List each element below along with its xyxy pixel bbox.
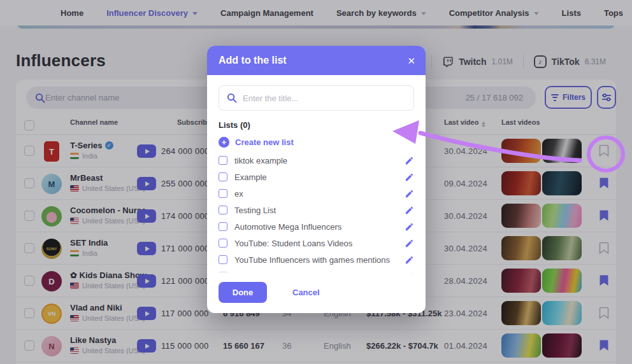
list-checkbox[interactable] xyxy=(219,239,227,248)
edit-pencil-icon[interactable] xyxy=(405,255,414,265)
lists-scroll-area[interactable]: tiktok example Example ex Testing List xyxy=(219,152,414,274)
lists-count-label: Lists (0) xyxy=(219,120,414,130)
list-item xyxy=(219,268,414,274)
list-item: ex xyxy=(219,185,414,202)
list-checkbox[interactable] xyxy=(219,255,227,264)
search-icon xyxy=(227,93,237,103)
plus-icon: + xyxy=(219,137,229,148)
create-new-list-button[interactable]: + Create new list xyxy=(219,137,414,148)
edit-pencil-icon[interactable] xyxy=(405,272,414,275)
influencer-discovery-app: Home Influencer Discovery Campaign Manag… xyxy=(0,0,632,364)
list-checkbox[interactable] xyxy=(219,272,227,274)
add-to-list-modal: Add to the list ✕ Lists (0) + Create new… xyxy=(207,46,426,313)
list-item: Testing List xyxy=(219,202,414,218)
list-title-input[interactable] xyxy=(243,94,406,103)
list-item: tiktok example xyxy=(219,152,414,169)
modal-footer: Done Cancel xyxy=(219,282,320,303)
list-item: Automotive Mega Influencers xyxy=(219,218,414,235)
edit-pencil-icon[interactable] xyxy=(405,222,414,232)
list-checkbox[interactable] xyxy=(219,156,227,165)
list-checkbox[interactable] xyxy=(219,222,227,231)
edit-pencil-icon[interactable] xyxy=(405,189,414,199)
list-item: YouTube: Student Loans Videos xyxy=(219,235,414,251)
list-checkbox[interactable] xyxy=(219,189,227,198)
edit-pencil-icon[interactable] xyxy=(405,156,414,165)
edit-pencil-icon[interactable] xyxy=(405,172,414,182)
list-checkbox[interactable] xyxy=(219,206,227,214)
done-button[interactable]: Done xyxy=(219,282,267,303)
edit-pencil-icon[interactable] xyxy=(405,239,414,248)
modal-title: Add to the list xyxy=(219,55,287,66)
edit-pencil-icon[interactable] xyxy=(405,206,414,215)
list-checkbox[interactable] xyxy=(219,172,227,181)
cancel-button[interactable]: Cancel xyxy=(292,288,320,297)
close-icon[interactable]: ✕ xyxy=(407,56,415,66)
list-item: YouTube Influencers with games mentions xyxy=(219,251,414,268)
list-item: Example xyxy=(219,169,414,185)
list-title-search[interactable] xyxy=(219,85,414,111)
modal-header: Add to the list ✕ xyxy=(207,46,426,75)
